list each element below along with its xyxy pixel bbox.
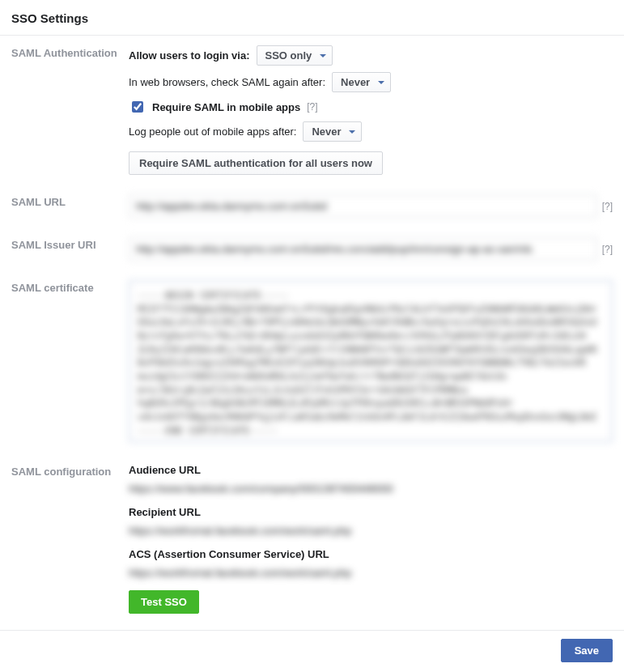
label-saml-configuration: SAML configuration [11, 464, 129, 478]
label-saml-authentication: SAML Authentication [11, 45, 129, 59]
row-saml-configuration: SAML configuration Audience URL https://… [11, 454, 613, 623]
label-saml-certificate: SAML certificate [11, 280, 129, 294]
require-saml-mobile-checkbox[interactable] [132, 101, 143, 113]
require-saml-mobile-label: Require SAML in mobile apps [152, 101, 300, 113]
acs-url-value: https://workfromat.facebook.com/work/sam… [129, 567, 613, 579]
logout-mobile-select[interactable]: Never [303, 121, 362, 142]
row-saml-authentication: SAML Authentication Allow users to login… [11, 36, 613, 185]
allow-login-via-select[interactable]: SSO only [257, 45, 333, 66]
saml-issuer-input[interactable] [129, 237, 597, 261]
saml-issuer-help[interactable]: [?] [602, 244, 613, 255]
recheck-saml-text: In web browsers, check SAML again after: [129, 76, 325, 88]
label-saml-url: SAML URL [11, 194, 129, 208]
row-saml-url: SAML URL [?] [11, 185, 613, 228]
require-saml-mobile-help[interactable]: [?] [307, 101, 317, 113]
label-saml-issuer: SAML Issuer URI [11, 237, 129, 251]
recipient-url-heading: Recipient URL [129, 506, 613, 518]
saml-certificate-textarea[interactable] [129, 280, 613, 442]
saml-url-input[interactable] [129, 194, 597, 218]
recipient-url-value: https://workfromat.facebook.com/work/sam… [129, 525, 613, 537]
main-content: SAML Authentication Allow users to login… [0, 36, 624, 630]
page-title: SSO Settings [0, 0, 624, 36]
row-saml-certificate: SAML certificate [11, 270, 613, 454]
audience-url-heading: Audience URL [129, 464, 613, 476]
saml-url-help[interactable]: [?] [602, 201, 613, 212]
logout-mobile-text: Log people out of mobile apps after: [129, 125, 296, 138]
save-button[interactable]: Save [561, 639, 613, 662]
field-saml-authentication: Allow users to login via: SSO only In we… [129, 45, 613, 175]
acs-url-heading: ACS (Assertion Consumer Service) URL [129, 548, 613, 560]
require-saml-all-users-button[interactable]: Require SAML authentication for all user… [129, 151, 383, 175]
recheck-saml-select[interactable]: Never [332, 72, 391, 92]
allow-login-via-text: Allow users to login via: [129, 49, 250, 62]
test-sso-button[interactable]: Test SSO [129, 590, 199, 614]
audience-url-value: https://www.facebook.com/company/0001387… [129, 483, 613, 495]
row-saml-issuer: SAML Issuer URI [?] [11, 228, 613, 270]
footer: Save [0, 630, 624, 672]
